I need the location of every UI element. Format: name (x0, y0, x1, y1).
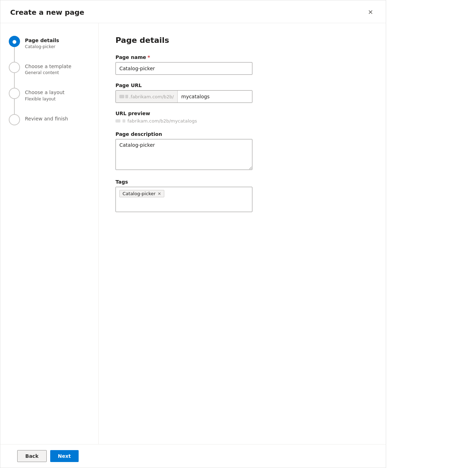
step-choose-template[interactable]: Choose a template General content (9, 62, 90, 88)
page-description-label: Page description (115, 131, 369, 137)
page-description-textarea[interactable]: Catalog-picker (115, 139, 252, 170)
step-text-review-finish: Review and finish (25, 114, 90, 122)
step-review-finish[interactable]: Review and finish (9, 114, 90, 125)
dialog-body: ● Page details Catalog-picker Choose a t… (0, 23, 386, 444)
dialog-title: Create a new page (10, 8, 84, 17)
url-preview-text: fabrikam.com/b2b/mycatalogs (115, 118, 369, 124)
url-suffix-input[interactable] (178, 91, 252, 103)
step-page-details[interactable]: ● Page details Catalog-picker (9, 36, 90, 62)
close-button[interactable]: ✕ (365, 7, 376, 18)
page-name-label: Page name * (115, 54, 369, 60)
step-label-page-details: Page details (25, 37, 90, 44)
step-circle-page-details: ● (9, 36, 20, 47)
step-label-choose-layout: Choose a layout (25, 89, 90, 95)
page-url-field-group: Page URL .fabrikam.com/b2b/ (115, 83, 369, 103)
step-label-choose-template: Choose a template (25, 63, 90, 70)
step-circle-choose-template (9, 62, 20, 73)
step-choose-layout[interactable]: Choose a layout Flexible layout (9, 88, 90, 114)
page-url-label: Page URL (115, 83, 369, 88)
tags-input-wrapper[interactable]: Catalog-picker ✕ (115, 187, 252, 212)
url-prefix: .fabrikam.com/b2b/ (116, 91, 178, 103)
dialog-footer: Back Next (0, 444, 386, 468)
step-text-choose-template: Choose a template General content (25, 62, 90, 75)
tag-value: Catalog-picker (123, 191, 156, 196)
required-star: * (147, 54, 150, 60)
url-preview-full: fabrikam.com/b2b/mycatalogs (127, 118, 197, 124)
page-name-input[interactable] (115, 62, 252, 75)
step-sublabel-choose-template: General content (25, 70, 90, 75)
step-sublabel-choose-layout: Flexible layout (25, 97, 90, 101)
url-field-wrapper: .fabrikam.com/b2b/ (115, 90, 252, 103)
url-preview-field-group: URL preview fabrikam.com/b2b/mycatalogs (115, 111, 369, 124)
next-button[interactable]: Next (50, 450, 79, 462)
section-title: Page details (115, 36, 369, 45)
main-content: Page details Page name * Page URL .fabri… (99, 23, 386, 444)
page-name-field-group: Page name * (115, 54, 369, 75)
steps-panel: ● Page details Catalog-picker Choose a t… (0, 23, 99, 444)
back-button[interactable]: Back (17, 450, 47, 462)
step-sublabel-page-details: Catalog-picker (25, 44, 90, 49)
page-description-field-group: Page description Catalog-picker (115, 131, 369, 171)
step-text-page-details: Page details Catalog-picker (25, 36, 90, 49)
tags-label: Tags (115, 179, 369, 185)
tag-chip: Catalog-picker ✕ (119, 190, 164, 197)
step-label-review-finish: Review and finish (25, 116, 90, 122)
step-circle-choose-layout (9, 88, 20, 99)
tag-remove-button[interactable]: ✕ (158, 192, 161, 196)
step-text-choose-layout: Choose a layout Flexible layout (25, 88, 90, 101)
dialog-header: Create a new page ✕ (0, 0, 386, 23)
url-preview-label: URL preview (115, 111, 369, 116)
tags-field-group: Tags Catalog-picker ✕ (115, 179, 369, 212)
step-circle-review-finish (9, 114, 20, 125)
